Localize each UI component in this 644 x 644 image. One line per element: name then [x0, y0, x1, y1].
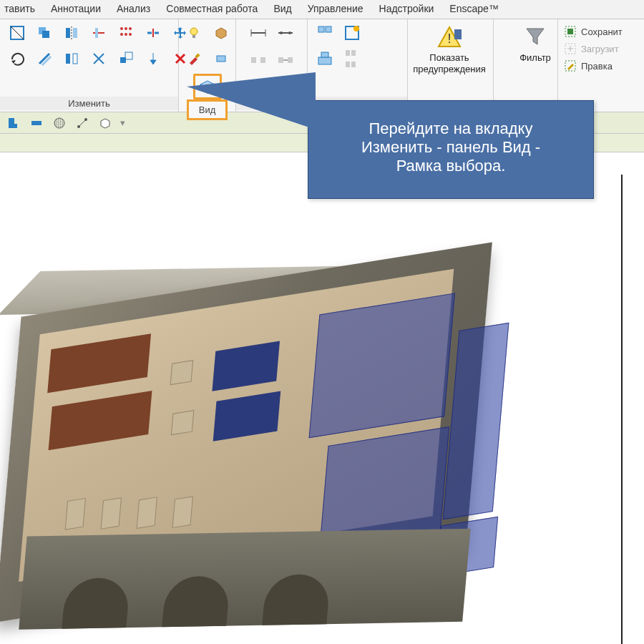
solid-icon[interactable]: [97, 115, 113, 131]
svg-point-36: [353, 26, 359, 31]
align-icon[interactable]: [87, 22, 110, 44]
tab-insert[interactable]: тавить: [4, 3, 35, 14]
svg-rect-46: [567, 29, 573, 34]
svg-rect-9: [95, 28, 98, 38]
svg-point-13: [120, 33, 123, 36]
svg-rect-21: [217, 56, 225, 62]
svg-rect-39: [346, 50, 350, 56]
create-assembly-icon[interactable]: [313, 48, 336, 69]
svg-point-11: [125, 27, 127, 30]
create-parts-icon[interactable]: [341, 48, 364, 58]
offset-icon[interactable]: [33, 48, 56, 69]
mirror-icon[interactable]: [60, 22, 83, 44]
warning-icon: !: [436, 25, 463, 49]
tab-view[interactable]: Вид: [273, 3, 291, 14]
scale-icon[interactable]: [114, 48, 137, 69]
dimension-icon[interactable]: [247, 22, 270, 44]
svg-rect-34: [326, 26, 331, 32]
tab-enscape[interactable]: Enscape™: [449, 3, 498, 14]
edit-sel-label: Правка: [581, 61, 613, 72]
warnings-label2: предупреждения: [413, 64, 486, 74]
callout-line2: Изменить - панель Вид -: [361, 138, 540, 156]
hatch-icon[interactable]: [52, 115, 67, 131]
split-icon[interactable]: [142, 22, 165, 44]
svg-point-10: [120, 27, 123, 30]
svg-rect-6: [66, 54, 70, 64]
tab-addins[interactable]: Надстройки: [379, 3, 434, 14]
svg-point-27: [288, 31, 291, 34]
edit-sel-icon: [564, 59, 577, 72]
svg-rect-41: [346, 62, 350, 67]
dimension2-icon[interactable]: [274, 22, 297, 44]
ribbon: Изменить Вид: [0, 19, 644, 112]
svg-rect-17: [125, 52, 132, 59]
mirror-axis-icon[interactable]: [60, 48, 83, 69]
callout-line1: Перейдите на вкладку: [369, 119, 533, 137]
tab-annotations[interactable]: Аннотации: [51, 3, 101, 14]
lightbulb-icon[interactable]: [182, 22, 205, 44]
cube-icon[interactable]: [210, 22, 233, 44]
snap-icon[interactable]: [74, 115, 90, 131]
load-sel-label: Загрузит: [581, 44, 619, 54]
svg-text:!: !: [447, 31, 451, 46]
callout-line3: Рамка выбора.: [396, 157, 506, 175]
svg-rect-2: [42, 31, 49, 38]
gap2-icon[interactable]: [274, 49, 297, 71]
array-icon[interactable]: [114, 22, 137, 44]
ribbon-tabstrip: тавить Аннотации Анализ Совместная работ…: [0, 0, 644, 19]
copy-icon[interactable]: [33, 22, 56, 44]
rotate-icon[interactable]: [6, 48, 29, 69]
tab-collab[interactable]: Совместная работа: [166, 3, 258, 14]
svg-rect-3: [66, 28, 70, 38]
svg-rect-7: [73, 54, 77, 64]
create-parts2-icon[interactable]: [341, 59, 364, 69]
svg-rect-19: [192, 35, 195, 38]
edit-selection-button[interactable]: Правка: [564, 59, 638, 72]
pin-icon[interactable]: [142, 48, 165, 69]
svg-rect-31: [288, 57, 293, 63]
svg-rect-28: [251, 57, 256, 63]
panel-title-modify: Изменить: [0, 97, 178, 110]
wall-view-icon[interactable]: [210, 48, 233, 69]
svg-rect-49: [31, 121, 42, 125]
funnel-icon: [523, 25, 547, 49]
svg-rect-44: [454, 29, 462, 39]
save-sel-label: Сохранит: [581, 26, 623, 37]
svg-rect-29: [260, 57, 265, 63]
svg-rect-42: [351, 62, 356, 67]
save-selection-button[interactable]: Сохранит: [564, 25, 638, 38]
building-model: [0, 191, 526, 644]
svg-point-12: [129, 27, 132, 30]
svg-rect-20: [195, 53, 200, 58]
svg-point-14: [125, 33, 127, 36]
svg-point-50: [54, 118, 64, 128]
svg-rect-30: [278, 57, 283, 63]
model-viewport[interactable]: [0, 153, 644, 644]
tutorial-callout: Перейдите на вкладку Изменить - панель В…: [308, 100, 594, 199]
svg-rect-37: [318, 57, 331, 64]
activate-icon[interactable]: [6, 115, 21, 131]
create-family-icon[interactable]: [341, 22, 364, 44]
tab-manage[interactable]: Управление: [308, 3, 364, 14]
svg-point-15: [129, 33, 132, 36]
svg-rect-40: [351, 50, 356, 56]
load-selection-button[interactable]: Загрузит: [564, 42, 638, 55]
svg-point-18: [190, 28, 197, 35]
svg-point-26: [280, 31, 283, 34]
trim-icon[interactable]: [87, 48, 110, 69]
save-sel-icon: [564, 25, 577, 38]
modify-tool-icon[interactable]: [6, 22, 29, 44]
warnings-label1: Показать: [429, 52, 469, 63]
load-sel-icon: [564, 42, 577, 55]
filter-label: Фильтр: [519, 52, 551, 64]
tab-analyze[interactable]: Анализ: [117, 3, 150, 14]
brush-icon[interactable]: [182, 48, 205, 69]
svg-rect-38: [321, 52, 328, 57]
svg-rect-4: [73, 28, 77, 38]
show-warnings-button[interactable]: ! Показатьпредупреждения: [414, 22, 485, 74]
disjoin-icon[interactable]: [29, 115, 44, 131]
gap-icon[interactable]: [247, 49, 270, 71]
create-group-icon[interactable]: [313, 22, 336, 44]
svg-rect-33: [318, 26, 324, 32]
